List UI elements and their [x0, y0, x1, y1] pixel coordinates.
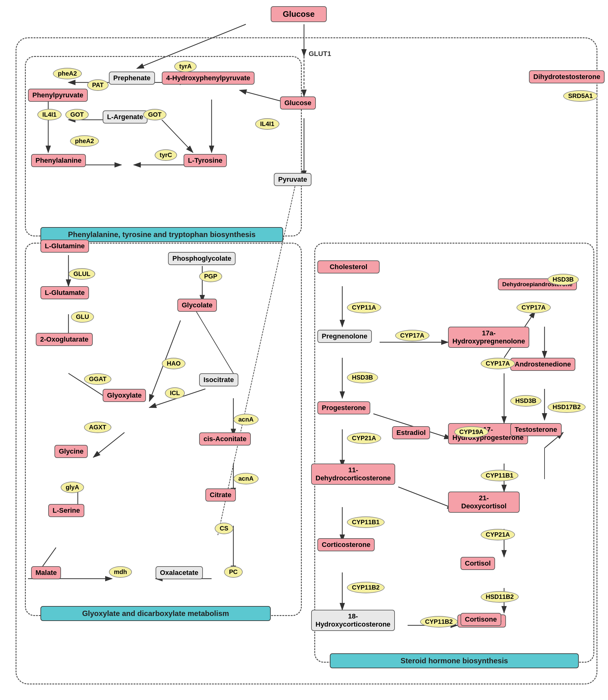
phosphoglycolate-box: Phosphoglycolate — [168, 252, 235, 265]
lglutamate-box: L-Glutamate — [40, 286, 89, 299]
acnA-enzyme-1: acnA — [233, 414, 259, 425]
pheA2-enzyme-2: pheA2 — [70, 135, 99, 147]
glyoxylate-box: Glyoxylate — [103, 389, 146, 402]
isocitrate-box: Isocitrate — [199, 373, 238, 386]
HSD3B-enzyme-1: HSD3B — [347, 372, 378, 383]
glyA-enzyme: glyA — [61, 482, 84, 493]
glucose-right-box: Glucose — [280, 96, 316, 110]
cholesterol-box: Cholesterol — [317, 260, 380, 273]
CYP17A-enzyme-2: CYP17A — [481, 358, 515, 369]
AGXT-enzyme: AGXT — [84, 422, 111, 433]
HAO-enzyme: HAO — [162, 358, 186, 369]
dihydrotestosterone-box: Dihydrotestosterone — [529, 70, 605, 83]
PC-enzyme: PC — [224, 566, 243, 578]
PAT-enzyme: PAT — [87, 79, 109, 91]
CYP11B2-enzyme-2: CYP11B2 — [420, 616, 458, 627]
oxalacetate-box: Oxalacetate — [156, 566, 203, 579]
IL4I1-enzyme-2: IL4I1 — [255, 118, 280, 130]
hydroxypregnenolone-box: 17a-Hydroxypregnenolone — [448, 327, 529, 348]
androstenedione-box: Androstenedione — [510, 358, 575, 371]
pheA2-enzyme-1: pheA2 — [53, 68, 82, 79]
hydroxyphenylpyruvate-box: 4-Hydroxyphenylpyruvate — [162, 72, 254, 85]
cortisol-box: Cortisol — [460, 557, 495, 570]
diagram-container: Glucose GLUT1 Phenylalanine, tyrosine an… — [0, 0, 608, 700]
CYP21A-enzyme-2: CYP21A — [481, 529, 515, 540]
GLUL-enzyme: GLUL — [69, 268, 95, 280]
phenylalanine-box: Phenylalanine — [31, 154, 86, 167]
glyoxylate-section-label: Glyoxylate and dicarboxylate metabolism — [40, 606, 271, 621]
lserine-box: L-Serine — [48, 504, 84, 517]
CYP11B1-enzyme-1: CYP11B1 — [347, 517, 385, 528]
GOT-enzyme-1: GOT — [65, 109, 89, 120]
lglutamine-box: L-Glutamine — [40, 239, 89, 253]
prephenate-box: Prephenate — [109, 72, 155, 85]
GLU-enzyme: GLU — [71, 311, 94, 323]
IL4I1-enzyme-1: IL4I1 — [37, 109, 62, 120]
PGP-enzyme: PGP — [199, 271, 222, 282]
CYP11B2-enzyme-1: CYP11B2 — [347, 582, 385, 593]
largenate-box: L-Argenate — [103, 111, 148, 123]
HSD3B-enzyme-3: HSD3B — [548, 274, 579, 285]
CYP21A-enzyme-1: CYP21A — [347, 432, 381, 444]
ICL-enzyme: ICL — [165, 387, 185, 399]
testosterone-box: Testosterone — [510, 423, 562, 436]
HSD11B2-enzyme: HSD11B2 — [481, 591, 519, 603]
CYP11B1-enzyme-2: CYP11B1 — [481, 470, 518, 481]
CYP19A-enzyme: CYP19A — [454, 426, 489, 438]
cortisone-box: Cortisone — [460, 613, 501, 626]
glycine-box: Glycine — [54, 445, 88, 458]
corticosterone-box: Corticosterone — [317, 538, 375, 551]
GGAT-enzyme: GGAT — [84, 373, 111, 385]
cisaconitate-box: cis-Aconitate — [199, 432, 251, 446]
estradiol-box: Estradiol — [392, 426, 430, 439]
malate-box: Malate — [31, 566, 61, 579]
pregnenolone-box: Pregnenolone — [317, 330, 372, 343]
mdh-enzyme: mdh — [109, 566, 132, 578]
phenylpyruvate-box: Phenylpyruvate — [28, 89, 88, 102]
GOT-enzyme-2: GOT — [143, 109, 167, 120]
glucose-top: Glucose — [271, 6, 327, 22]
tyrC-enzyme: tyrC — [155, 149, 177, 161]
glycolate-box: Glycolate — [177, 299, 217, 312]
dehydrocorticosterone-box: 11-Dehydrocorticosterone — [311, 464, 395, 485]
SRD5A1-enzyme: SRD5A1 — [563, 90, 598, 102]
HSD17B2-enzyme: HSD17B2 — [548, 401, 586, 413]
CYP17A-enzyme-3: CYP17A — [516, 302, 551, 313]
pyruvate-box: Pyruvate — [274, 173, 311, 186]
citrate-box: Citrate — [205, 488, 236, 502]
oxoglutarate-box: 2-Oxoglutarate — [36, 333, 93, 346]
steroid-section-label: Steroid hormone biosynthesis — [330, 653, 579, 668]
CYP11A-enzyme: CYP11A — [347, 302, 381, 313]
deoxycortisol-box: 21-Deoxycortisol — [448, 491, 520, 513]
ltyrosine-box: L-Tyrosine — [184, 154, 227, 167]
CYP17A-enzyme-1: CYP17A — [395, 330, 430, 341]
acnA-enzyme-2: acnA — [233, 473, 259, 484]
progesterone-box: Progesterone — [317, 401, 370, 414]
hydroxycorticosterone-box: 18-Hydroxycorticosterone — [311, 610, 395, 631]
tyrA-enzyme: tyrA — [174, 61, 197, 72]
CS-enzyme: CS — [215, 523, 233, 534]
HSD3B-enzyme-2: HSD3B — [510, 395, 542, 407]
